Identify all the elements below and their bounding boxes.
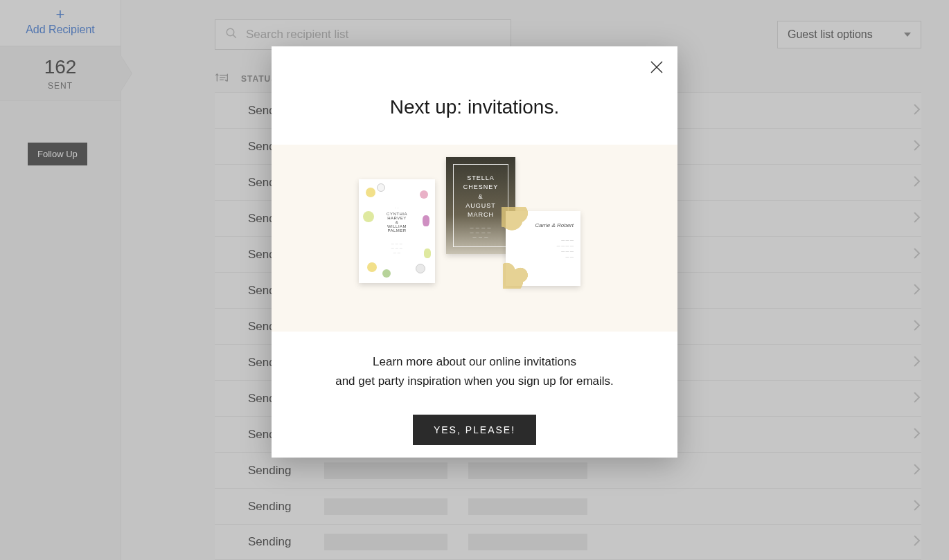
modal-title: Next up: invitations. xyxy=(272,96,677,118)
invitations-modal: Next up: invitations. · · xyxy=(272,46,677,458)
sample-card-left: · · CYNTHIA HARVEY & WILLIAM PALMER — — … xyxy=(359,179,435,283)
yes-please-button[interactable]: YES, PLEASE! xyxy=(413,415,536,445)
modal-body: Learn more about our online invitations … xyxy=(272,332,677,391)
close-icon[interactable] xyxy=(648,59,665,78)
modal-text-line-1: Learn more about our online invitations xyxy=(299,352,650,372)
modal-text-line-2: and get party inspiration when you sign … xyxy=(299,372,650,391)
modal-illustration: · · CYNTHIA HARVEY & WILLIAM PALMER — — … xyxy=(272,145,677,332)
sample-card-right: Carrie & Robert — — —— — — —— — —— — xyxy=(506,211,580,286)
